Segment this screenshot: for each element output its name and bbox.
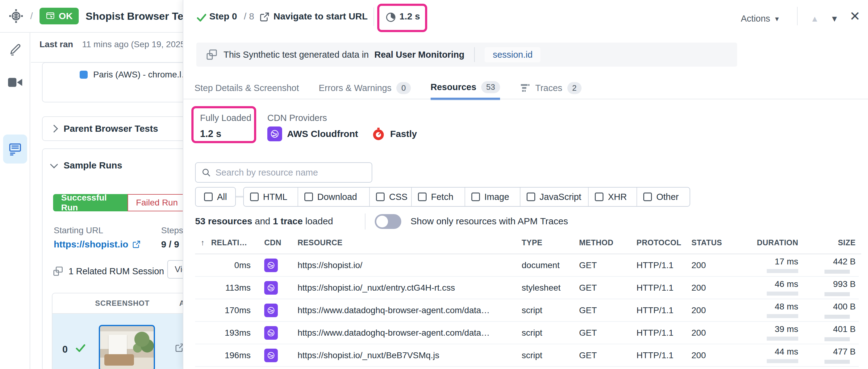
resource-duration: 46 ms [748, 279, 798, 289]
rum-banner: This Synthetic test generated data in Re… [196, 42, 737, 67]
divider [183, 99, 868, 99]
filter-fetch[interactable]: Fetch [411, 188, 465, 206]
resource-protocol: HTTP/1.1 [637, 283, 674, 293]
checkbox-icon[interactable] [595, 193, 603, 201]
checkbox-icon[interactable] [204, 193, 213, 201]
search-input[interactable] [215, 168, 358, 178]
resource-url: https://www.datadoghq-browser-agent.com/… [298, 305, 514, 315]
resources-table-body: 0ms https://shopist.io/ document GET HTT… [195, 254, 859, 367]
checkbox-icon[interactable] [304, 193, 313, 201]
resource-protocol: HTTP/1.1 [637, 260, 674, 270]
tab-errors-warnings[interactable]: Errors & Warnings 0 [319, 76, 411, 99]
filter-image[interactable]: Image [465, 188, 520, 206]
checkbox-icon[interactable] [376, 193, 384, 201]
fastly-icon [372, 127, 385, 141]
resource-url: https://shopist.io/_nuxt/entry.ctG4H-rt.… [298, 283, 514, 293]
col-resource[interactable]: RESOURCE [298, 238, 343, 247]
filter-all[interactable]: All [195, 187, 236, 207]
col-relative[interactable]: RELATI… [211, 238, 247, 247]
resource-row[interactable]: 170ms https://www.datadoghq-browser-agen… [195, 299, 859, 322]
starting-url-link[interactable]: https://shopist.io [54, 239, 141, 249]
navigate-icon [259, 12, 270, 22]
resource-status: 200 [691, 283, 706, 293]
resource-row[interactable]: 0ms https://shopist.io/ document GET HTT… [195, 254, 859, 277]
left-icon-rail [0, 33, 30, 369]
step-duration: 1.2 s [399, 11, 420, 22]
filter-css[interactable]: CSS [369, 188, 411, 206]
rum-windows-icon [53, 266, 64, 277]
legend-label: Paris (AWS) - chrome.l… [93, 70, 190, 79]
col-cdn[interactable]: CDN [264, 238, 281, 247]
duration-bar [767, 269, 798, 273]
resource-status: 200 [691, 305, 706, 315]
failed-run-button[interactable]: Failed Run [127, 194, 186, 211]
locations-chart-card: Paris (AWS) - chrome.l… [42, 62, 187, 102]
size-bar [825, 337, 850, 341]
synthetics-icon [9, 9, 24, 24]
related-rum-session: 1 Related RUM Session [53, 266, 164, 277]
resource-row[interactable]: 113ms https://shopist.io/_nuxt/entry.ctG… [195, 277, 859, 299]
filter-other[interactable]: Other [637, 188, 690, 206]
session-id-link[interactable]: session.id [485, 47, 540, 62]
close-panel-button[interactable]: ✕ [849, 9, 860, 24]
size-bar [825, 292, 850, 296]
test-details-button[interactable] [3, 135, 27, 164]
resource-size: 442 B [805, 257, 856, 267]
sample-runs-header[interactable]: Sample Runs [51, 160, 122, 171]
caret-down-icon: ▾ [775, 14, 779, 23]
resource-duration: 17 ms [748, 257, 798, 267]
checkbox-icon[interactable] [527, 193, 535, 201]
panel-tabs: Step Details & Screenshot Errors & Warni… [194, 76, 582, 99]
filter-html[interactable]: HTML [244, 188, 298, 206]
tab-resources[interactable]: Resources 53 [431, 76, 500, 100]
status-badge[interactable]: OK [39, 8, 79, 24]
next-step-button[interactable]: ▼ [830, 14, 839, 24]
tab-traces[interactable]: Traces 2 [520, 76, 582, 99]
parent-browser-tests-card[interactable]: Parent Browser Tests [42, 116, 187, 141]
edit-test-button[interactable] [0, 42, 30, 56]
resource-size: 993 B [805, 279, 856, 289]
rum-session-text: 1 Related RUM Session [68, 266, 164, 276]
cdn-provider-fastly: Fastly [372, 127, 417, 141]
col-size[interactable]: SIZE [805, 238, 856, 247]
actions-button[interactable]: Actions ▾ [741, 13, 779, 24]
cdn-providers-row: AWS Cloudfront Fastly [267, 127, 417, 141]
apm-traces-toggle-label: Show only resources with APM Traces [410, 216, 568, 227]
step-screenshot-thumbnail[interactable] [99, 325, 155, 369]
tab-step-details[interactable]: Step Details & Screenshot [194, 76, 299, 99]
filter-javascript[interactable]: JavaScript [520, 188, 588, 206]
col-status[interactable]: STATUS [691, 238, 722, 247]
step-row-selected[interactable]: 0 [53, 314, 189, 369]
filter-download[interactable]: Download [298, 188, 370, 206]
col-type[interactable]: TYPE [522, 238, 542, 247]
resource-method: GET [579, 283, 597, 293]
filter-xhr[interactable]: XHR [588, 188, 637, 206]
resource-duration: 39 ms [748, 324, 798, 334]
recordings-button[interactable] [0, 76, 30, 89]
resource-row[interactable]: 196ms https://shopist.io/_nuxt/BeB7VSMq.… [195, 344, 859, 367]
resource-row[interactable]: 193ms https://www.datadoghq-browser-agen… [195, 322, 859, 344]
successful-run-button[interactable]: Successful Run [53, 194, 127, 211]
resource-duration: 44 ms [748, 347, 798, 357]
checkbox-icon[interactable] [643, 193, 652, 201]
sort-asc-icon[interactable]: ↑ [200, 238, 205, 247]
col-protocol[interactable]: PROTOCOL [637, 238, 681, 247]
previous-step-button[interactable]: ▲ [811, 14, 819, 24]
cdn-cloudfront-icon [264, 259, 278, 272]
resource-duration: 48 ms [748, 302, 798, 312]
checkbox-icon[interactable] [471, 193, 480, 201]
filter-connector [236, 196, 243, 197]
resource-protocol: HTTP/1.1 [637, 350, 674, 360]
runs-table-header: SCREENSHOT AC [53, 293, 189, 314]
video-camera-icon [7, 76, 23, 89]
sample-runs-title: Sample Runs [64, 160, 122, 171]
apm-traces-toggle[interactable] [375, 214, 401, 229]
rum-banner-text: This Synthetic test generated data in [223, 50, 369, 60]
checkbox-icon[interactable] [250, 193, 259, 201]
resource-method: GET [579, 328, 597, 338]
resource-url: https://shopist.io/ [298, 260, 514, 270]
checkbox-icon[interactable] [418, 193, 427, 201]
col-method[interactable]: METHOD [579, 238, 613, 247]
filter-group: HTML Download CSS Fetch Image JavaScript… [243, 187, 690, 207]
col-duration[interactable]: DURATION [748, 238, 798, 247]
